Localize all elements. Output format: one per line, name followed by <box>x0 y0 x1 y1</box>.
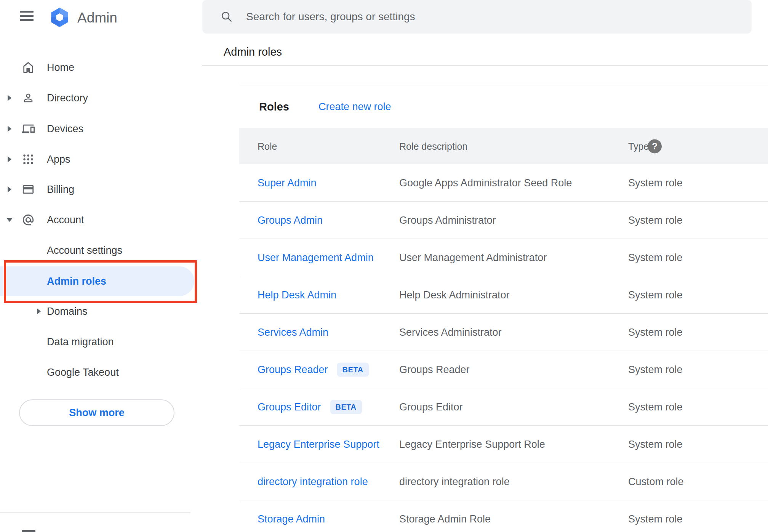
sidebar-item-devices[interactable]: Devices <box>0 114 197 144</box>
role-type: System role <box>628 401 683 413</box>
chevron-right-icon[interactable] <box>8 95 11 101</box>
sidebar-item-apps[interactable]: Apps <box>0 144 197 175</box>
role-type: Custom role <box>628 476 684 488</box>
create-new-role-link[interactable]: Create new role <box>318 101 391 113</box>
chevron-right-icon[interactable] <box>8 126 11 132</box>
card-header: Roles Create new role <box>239 85 768 128</box>
sidebar-item-account-settings[interactable]: Account settings <box>0 235 197 266</box>
role-type: System role <box>628 439 683 450</box>
sidebar-item-google-takeout[interactable]: Google Takeout <box>0 357 197 388</box>
brand-header: Admin <box>0 0 197 35</box>
sidebar-item-label: Billing <box>47 184 74 195</box>
column-header-type: Type <box>628 141 649 152</box>
hamburger-menu-icon[interactable] <box>20 11 34 21</box>
role-type: System role <box>628 252 683 264</box>
role-description: Legacy Enterprise Support Role <box>399 439 545 450</box>
role-description: Storage Admin Role <box>399 513 491 525</box>
chevron-down-icon[interactable] <box>6 218 13 222</box>
breadcrumb: Admin roles <box>224 46 282 58</box>
chevron-right-icon[interactable] <box>8 156 11 162</box>
sidebar-item-label: Data migration <box>47 336 114 348</box>
sidebar-item-label: Directory <box>47 92 88 104</box>
table-row: directory integration role directory int… <box>239 463 768 500</box>
table-row: Legacy Enterprise Support Legacy Enterpr… <box>239 426 768 463</box>
sidebar-item-label: Domains <box>47 306 88 317</box>
role-link[interactable]: directory integration role <box>258 476 368 488</box>
sidebar-item-label: Account <box>47 214 84 226</box>
table-row: Storage Admin Storage Admin Role System … <box>239 500 768 532</box>
sidebar-item-admin-roles[interactable]: Admin roles <box>0 266 197 296</box>
admin-logo-icon <box>49 6 70 28</box>
role-description: directory integration role <box>399 476 510 488</box>
sidebar-item-label: Devices <box>47 123 83 135</box>
chevron-right-icon[interactable] <box>37 308 41 314</box>
role-type: System role <box>628 177 683 189</box>
sidebar: Admin Home Directory Devices <box>0 0 197 532</box>
sidebar-divider <box>0 512 190 513</box>
beta-badge: BETA <box>330 400 362 414</box>
account-icon <box>22 213 35 226</box>
table-row: Services Admin Services Administrator Sy… <box>239 314 768 351</box>
role-link[interactable]: Groups Admin <box>258 215 323 226</box>
role-description: Help Desk Administrator <box>399 289 510 301</box>
table-row: Groups Admin Groups Administrator System… <box>239 202 768 239</box>
table-row: Groups EditorBETA Groups Editor System r… <box>239 388 768 426</box>
sidebar-item-label: Google Takeout <box>47 367 119 378</box>
sidebar-item-data-migration[interactable]: Data migration <box>0 327 197 357</box>
directory-icon <box>22 91 35 104</box>
clipped-sidebar-icon <box>22 530 35 532</box>
column-header-role: Role <box>258 141 277 152</box>
search-bar[interactable]: Search for users, groups or settings <box>202 0 752 34</box>
table-row: Groups ReaderBETA Groups Reader System r… <box>239 351 768 388</box>
role-link[interactable]: Super Admin <box>258 177 317 189</box>
role-link[interactable]: Help Desk Admin <box>258 289 336 301</box>
table-header-row: Role Role description Type ? <box>239 128 768 164</box>
roles-card: Roles Create new role Role Role descript… <box>239 85 768 532</box>
table-row: Help Desk Admin Help Desk Administrator … <box>239 276 768 314</box>
sidebar-item-label: Home <box>47 62 74 74</box>
search-placeholder: Search for users, groups or settings <box>246 11 415 23</box>
billing-icon <box>22 183 35 196</box>
sidebar-item-label: Account settings <box>47 245 122 256</box>
column-header-description: Role description <box>399 141 467 152</box>
sidebar-item-home[interactable]: Home <box>0 52 197 83</box>
sidebar-item-account[interactable]: Account <box>0 205 197 235</box>
role-link[interactable]: Legacy Enterprise Support <box>258 439 379 450</box>
help-icon[interactable]: ? <box>648 139 662 153</box>
role-link[interactable]: Storage Admin <box>258 513 325 525</box>
show-more-button[interactable]: Show more <box>19 399 174 426</box>
role-type: System role <box>628 327 683 338</box>
product-title: Admin <box>77 10 117 26</box>
role-link[interactable]: Groups Editor <box>258 401 321 413</box>
home-icon <box>22 61 35 74</box>
role-type: System role <box>628 215 683 226</box>
beta-badge: BETA <box>337 363 369 377</box>
devices-icon <box>22 122 35 135</box>
role-description: Groups Reader <box>399 364 470 376</box>
header-divider <box>202 65 768 66</box>
card-title: Roles <box>259 101 289 113</box>
table-row: User Management Admin User Management Ad… <box>239 239 768 276</box>
sidebar-item-domains[interactable]: Domains <box>0 296 197 327</box>
sidebar-item-directory[interactable]: Directory <box>0 83 197 113</box>
role-link[interactable]: Groups Reader <box>258 364 328 376</box>
chevron-right-icon[interactable] <box>8 186 11 192</box>
table-row: Super Admin Google Apps Administrator Se… <box>239 164 768 202</box>
sidebar-item-label: Admin roles <box>47 276 106 287</box>
apps-icon <box>22 153 35 166</box>
sidebar-item-label: Apps <box>47 154 70 165</box>
role-description: Groups Editor <box>399 401 463 413</box>
sidebar-item-billing[interactable]: Billing <box>0 174 197 205</box>
role-description: Groups Administrator <box>399 215 496 226</box>
role-link[interactable]: User Management Admin <box>258 252 374 264</box>
search-icon <box>220 10 233 23</box>
role-description: User Management Administrator <box>399 252 547 264</box>
role-description: Google Apps Administrator Seed Role <box>399 177 572 189</box>
role-type: System role <box>628 364 683 376</box>
roles-table-body: Super Admin Google Apps Administrator Se… <box>239 164 768 532</box>
role-link[interactable]: Services Admin <box>258 327 328 338</box>
role-type: System role <box>628 513 683 525</box>
role-description: Services Administrator <box>399 327 502 338</box>
role-type: System role <box>628 289 683 301</box>
